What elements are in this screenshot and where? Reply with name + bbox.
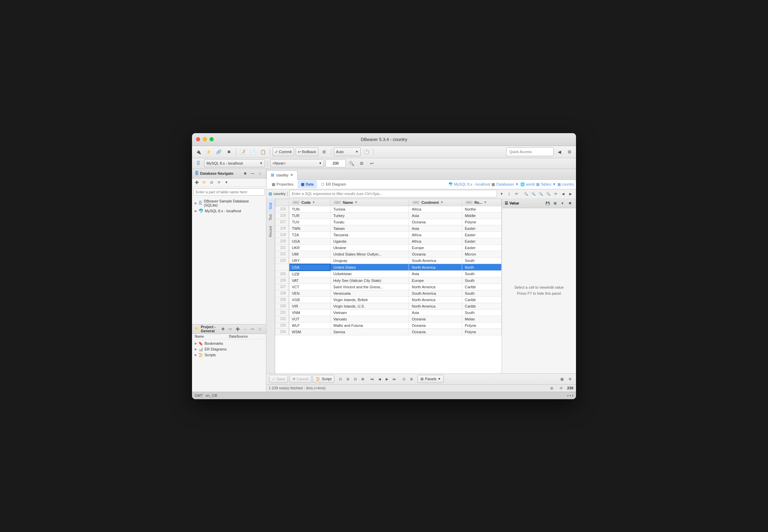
code-cell[interactable]: WLF (289, 322, 331, 329)
filter-refresh-icon[interactable]: ⟳ (513, 190, 520, 197)
code-cell[interactable]: VAT (289, 277, 331, 284)
filter-custom-icon[interactable]: 🔍 (537, 190, 544, 197)
continent-cell[interactable]: Asia (409, 271, 462, 277)
continent-cell[interactable]: Africa (409, 206, 462, 212)
continent-cell[interactable]: Oceania (409, 316, 462, 322)
continent-cell[interactable]: North America (409, 284, 462, 290)
continent-cell[interactable]: Europe (409, 277, 462, 284)
filter-icon[interactable]: 🔍 (347, 159, 356, 168)
name-cell[interactable]: Virgin Islands, U.S. (330, 303, 409, 309)
country-tab[interactable]: ▦ country ✖ (266, 170, 297, 180)
table-row[interactable]: 221UKRUkraineEuropeEaster (275, 244, 502, 251)
tab-close-button[interactable]: ✖ (290, 173, 293, 177)
properties-tab[interactable]: ▦ Properties (268, 180, 297, 188)
connection-dropdown[interactable]: MySQL 8.x - localhost ▼ (204, 159, 265, 167)
commit-button[interactable]: ✓ Commit (272, 147, 294, 156)
new-folder-icon[interactable]: 📁 (201, 179, 208, 186)
nav-first-icon[interactable]: ⟳ (552, 190, 559, 197)
region-cell[interactable]: South (462, 277, 502, 284)
table-row[interactable]: 230VIRVirgin Islands, U.S.North AmericaC… (275, 303, 502, 309)
max-project-button[interactable]: □ (257, 325, 263, 332)
region-cell[interactable]: Melan (462, 316, 502, 322)
max-nav-button[interactable]: □ (257, 170, 263, 177)
region-cell[interactable]: Easter (462, 225, 502, 232)
name-cell[interactable]: Uzbekistan (330, 271, 409, 277)
region-cell[interactable]: Polyne (462, 219, 502, 225)
nav-add-icon[interactable]: ⊞ (344, 376, 351, 382)
code-cell[interactable]: USA (289, 264, 331, 271)
table-row[interactable]: 216TURTurkeyAsiaMiddle (275, 212, 502, 219)
table-row[interactable]: 234WSMSamoaOceaniaPolyne (275, 329, 502, 335)
db-search-input[interactable] (193, 188, 265, 196)
table-row[interactable]: 229VGBVirgin Islands, BritishNorth Ameri… (275, 296, 502, 303)
code-cell[interactable]: UGA (289, 238, 331, 244)
filter-clear-icon[interactable]: 🔍 (545, 190, 552, 197)
txn-mode-icon[interactable]: ⚙ (320, 147, 329, 156)
name-cell[interactable]: Samoa (330, 329, 409, 335)
code-cell[interactable]: WSM (289, 329, 331, 335)
continent-cell[interactable]: North America (409, 296, 462, 303)
collapse-project-icon[interactable]: — (227, 325, 234, 332)
name-cell[interactable]: Holy See (Vatican City State) (330, 277, 409, 284)
sync-icon[interactable]: ⟳ (216, 179, 222, 186)
region-cell[interactable]: South (462, 290, 502, 296)
table-row[interactable]: 223URYUruguaySouth AmericaSouth (275, 257, 502, 264)
continent-cell[interactable]: Oceania (409, 329, 462, 335)
nav-project-icon[interactable]: → (242, 325, 248, 332)
name-cell[interactable]: Venezuela (330, 290, 409, 296)
er-diagram-tab[interactable]: ⬡ ER Diagram (318, 180, 350, 188)
code-cell[interactable]: VCT (289, 284, 331, 290)
close-value-button[interactable]: ✖ (567, 200, 573, 207)
region-cell[interactable]: Caribb (462, 284, 502, 290)
save-button[interactable]: ✓ Save (269, 375, 288, 383)
text-side-tab[interactable]: Text (267, 212, 274, 223)
continent-cell[interactable]: North America (409, 264, 462, 271)
code-cell[interactable]: VNM (289, 309, 331, 316)
name-cell[interactable]: United States (330, 264, 409, 271)
name-cell[interactable]: Saint Vincent and the Grena... (330, 284, 409, 290)
add-project-icon[interactable]: ➕ (234, 325, 241, 332)
continent-cell[interactable]: Asia (409, 212, 462, 219)
code-cell[interactable]: UMI (289, 251, 331, 257)
cancel-button[interactable]: ✖ Cancel (289, 375, 311, 383)
filter-name-icon[interactable]: ▼ (354, 200, 358, 204)
table-row[interactable]: 231VNMVietnamAsiaSouth (275, 309, 502, 316)
code-cell[interactable]: VEN (289, 290, 331, 296)
new-sql2-icon[interactable]: 📄 (248, 147, 257, 156)
bookmarks-item[interactable]: ▶ 🔖 Bookmarks (192, 341, 266, 346)
table-row[interactable]: 215TUNTunisiaAfricaNorthe (275, 206, 502, 212)
code-cell[interactable]: TWN (289, 225, 331, 232)
col-header-continent[interactable]: ABC Continent ▼ (409, 199, 462, 206)
nav-back-icon[interactable]: ◀ (555, 147, 564, 156)
maximize-button[interactable] (210, 137, 214, 141)
close-button[interactable] (196, 137, 200, 141)
auto-dropdown[interactable]: Auto ▼ (334, 147, 361, 156)
minimize-button[interactable] (203, 137, 207, 141)
region-cell[interactable]: Micron (462, 251, 502, 257)
paste-rows-icon[interactable]: ⊞ (408, 376, 415, 382)
add-connection-icon[interactable]: ➕ (193, 179, 200, 186)
last-page-icon[interactable]: ⏭ (391, 376, 398, 382)
disconnect-icon[interactable]: ⚡ (204, 147, 213, 156)
code-cell[interactable]: VIR (289, 303, 331, 309)
table-row[interactable]: 227VCTSaint Vincent and the Grena...Nort… (275, 284, 502, 290)
region-cell[interactable]: South (462, 271, 502, 277)
data-tab[interactable]: ▦ Data (297, 180, 317, 188)
code-cell[interactable]: TUV (289, 219, 331, 225)
col-header-region[interactable]: ABC Re... ▼ (462, 199, 502, 206)
code-cell[interactable]: VUT (289, 316, 331, 322)
refresh-status-icon[interactable]: ⟳ (558, 385, 565, 391)
table-row[interactable]: 233WLFWallis and FutunaOceaniaPolyne (275, 322, 502, 329)
col-header-name[interactable]: ABC Name ▼ (330, 199, 409, 206)
close-connection-icon[interactable]: ✖ (224, 147, 233, 156)
name-cell[interactable]: Tuvalu (330, 219, 409, 225)
name-cell[interactable]: Ukraine (330, 244, 409, 251)
filter-row-icon[interactable]: 🔍 (530, 190, 537, 197)
quick-access-input[interactable] (506, 147, 554, 156)
nav-del-icon[interactable]: ⊠ (359, 376, 366, 382)
name-cell[interactable]: Uganda (330, 238, 409, 244)
prev-page-icon[interactable]: ◀ (376, 376, 383, 382)
continent-cell[interactable]: Asia (409, 225, 462, 232)
region-cell[interactable]: Easter (462, 232, 502, 238)
continent-cell[interactable]: Oceania (409, 322, 462, 329)
